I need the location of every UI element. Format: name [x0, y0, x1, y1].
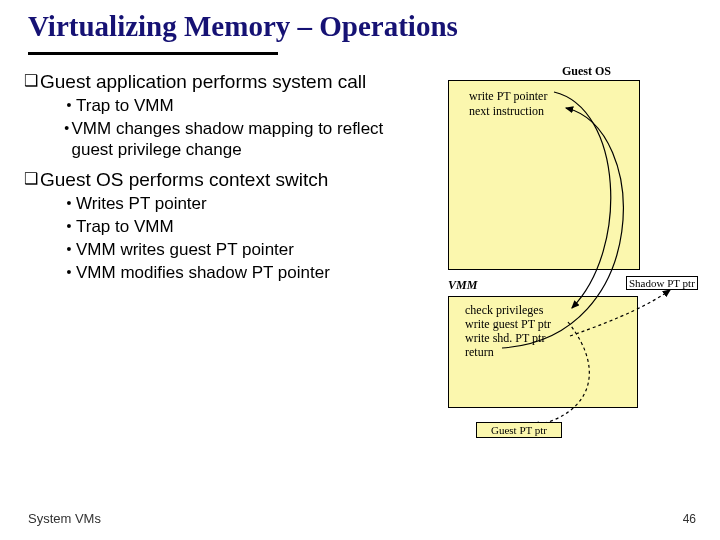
arrow-write-shadow-ptptr: [570, 290, 670, 336]
title-underline: [28, 52, 278, 55]
list-item: • Trap to VMM: [62, 216, 402, 237]
subbullet-text: Trap to VMM: [76, 95, 174, 116]
list-item: • VMM writes guest PT pointer: [62, 239, 402, 260]
list-item: • Writes PT pointer: [62, 193, 402, 214]
arrow-return-to-guest: [502, 108, 623, 348]
subbullet-text: VMM changes shadow mapping to reflect gu…: [72, 118, 403, 160]
bullet-text: Guest application performs system call: [40, 70, 366, 93]
arrow-write-guest-ptptr: [532, 322, 589, 426]
diagram: Guest OS write PT pointer next instructi…: [442, 68, 702, 448]
subbullet-text: VMM writes guest PT pointer: [76, 239, 294, 260]
square-bullet-icon: ❑: [22, 70, 40, 93]
list-item: ❑ Guest application performs system call: [22, 70, 402, 93]
dot-bullet-icon: •: [62, 216, 76, 237]
bullet-text: Guest OS performs context switch: [40, 168, 328, 191]
subbullet-text: Writes PT pointer: [76, 193, 207, 214]
dot-bullet-icon: •: [62, 118, 72, 160]
subbullet-text: VMM modifies shadow PT pointer: [76, 262, 330, 283]
dot-bullet-icon: •: [62, 239, 76, 260]
arrow-trap-to-vmm: [554, 92, 611, 308]
list-item: • VMM changes shadow mapping to reflect …: [62, 118, 402, 160]
dot-bullet-icon: •: [62, 95, 76, 116]
bullet-content: ❑ Guest application performs system call…: [22, 66, 402, 283]
subbullet-text: Trap to VMM: [76, 216, 174, 237]
square-bullet-icon: ❑: [22, 168, 40, 191]
dot-bullet-icon: •: [62, 193, 76, 214]
arrows-overlay: [442, 68, 702, 448]
dot-bullet-icon: •: [62, 262, 76, 283]
list-item: • Trap to VMM: [62, 95, 402, 116]
list-item: ❑ Guest OS performs context switch: [22, 168, 402, 191]
slide-title: Virtualizing Memory – Operations: [0, 0, 720, 49]
guest-pt-ptr-box: Guest PT ptr: [476, 422, 562, 438]
list-item: • VMM modifies shadow PT pointer: [62, 262, 402, 283]
page-number: 46: [683, 512, 696, 526]
footer-left: System VMs: [28, 511, 101, 526]
